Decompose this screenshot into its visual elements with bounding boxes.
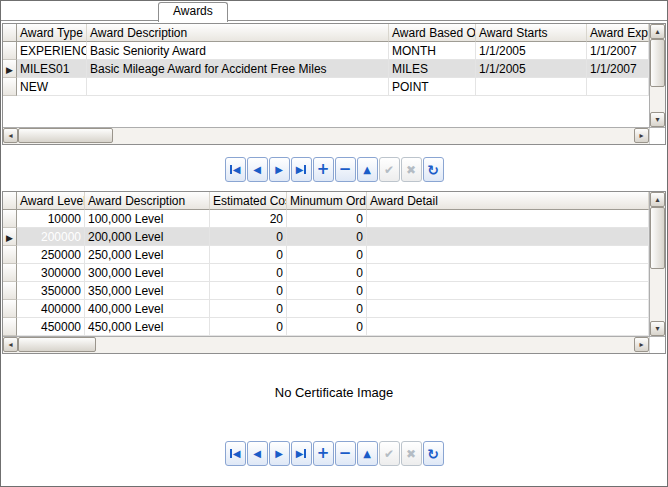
grid-cell[interactable] [367,246,649,264]
grid-cell[interactable] [87,78,389,96]
grid-cell[interactable]: 250,000 Level [85,246,210,264]
grid-cell[interactable]: 0 [287,282,367,300]
row-indicator[interactable] [3,210,17,228]
scroll-down-icon[interactable]: ▾ [650,321,665,336]
grid-cell[interactable] [367,210,649,228]
first-record-button[interactable]: ◀ [225,157,246,182]
edit-record-button[interactable]: ▲ [357,157,378,182]
row-indicator[interactable] [3,264,17,282]
table-row[interactable]: 400000 400,000 Level 0 0 [3,300,649,318]
grid-cell[interactable]: 0 [210,246,287,264]
first-record-button[interactable]: ◀ [225,441,246,466]
next-record-button[interactable]: ▶ [269,441,290,466]
grid-cell[interactable] [367,228,649,246]
last-record-button[interactable]: ▶ [291,157,312,182]
grid-cell[interactable]: 0 [287,210,367,228]
refresh-button[interactable]: ↻ [423,157,444,182]
grid-cell[interactable]: 0 [210,282,287,300]
grid-cell[interactable]: 300000 [17,264,85,282]
focused-grid-cell[interactable]: 200000 [17,228,85,246]
grid-cell[interactable] [367,282,649,300]
table-row[interactable]: 300000 300,000 Level 0 0 [3,264,649,282]
grid-cell[interactable]: 450000 [17,318,85,336]
grid-cell[interactable]: 0 [210,300,287,318]
table-row[interactable]: 450000 450,000 Level 0 0 [3,318,649,336]
grid-cell[interactable]: EXPERIENCE [17,42,87,60]
edit-record-button[interactable]: ▲ [357,441,378,466]
tab-awards[interactable]: Awards [158,2,228,22]
grid-cell[interactable]: POINT [389,78,476,96]
prior-record-button[interactable]: ◀ [247,441,268,466]
table-row[interactable]: 350000 350,000 Level 0 0 [3,282,649,300]
delete-record-button[interactable]: − [335,157,356,182]
grid-cell[interactable]: 300,000 Level [85,264,210,282]
delete-record-button[interactable]: − [335,441,356,466]
grid-cell[interactable] [367,318,649,336]
grid-cell[interactable]: 450,000 Level [85,318,210,336]
grid-cell[interactable]: 200,000 Level [85,228,210,246]
grid-cell[interactable]: 0 [210,264,287,282]
last-record-button[interactable]: ▶ [291,441,312,466]
refresh-button[interactable]: ↻ [423,441,444,466]
row-indicator[interactable] [3,42,17,60]
row-indicator[interactable] [3,318,17,336]
grid-cell[interactable]: 0 [287,246,367,264]
row-indicator[interactable]: ▶ [3,60,17,78]
scroll-right-icon[interactable]: ▸ [634,128,649,143]
scrollbar-track[interactable] [650,269,665,321]
grid-cell[interactable]: 1/1/2005 [476,42,587,60]
scroll-right-icon[interactable]: ▸ [634,337,649,352]
scroll-up-icon[interactable]: ▴ [650,24,665,39]
grid-cell[interactable]: 1/1/2005 [476,60,587,78]
grid-cell[interactable]: 20 [210,210,287,228]
next-record-button[interactable]: ▶ [269,157,290,182]
grid-cell[interactable]: 0 [287,228,367,246]
scrollbar-thumb[interactable] [18,337,96,352]
scrollbar-thumb[interactable] [650,207,665,269]
table-row-selected[interactable]: ▶ 200000 200,000 Level 0 0 [3,228,649,246]
grid-cell[interactable] [367,264,649,282]
row-indicator[interactable] [3,300,17,318]
grid-cell[interactable]: 400000 [17,300,85,318]
grid-cell[interactable]: 10000 [17,210,85,228]
grid-cell[interactable]: MILES01 [17,60,87,78]
table-row[interactable]: EXPERIENCE Basic Seniority Award MONTH 1… [3,42,649,60]
grid-cell[interactable]: 350,000 Level [85,282,210,300]
grid-cell[interactable]: MILES [389,60,476,78]
grid-cell[interactable]: 0 [287,264,367,282]
grid-cell[interactable]: 1/1/2007 [587,42,649,60]
scrollbar-track[interactable] [96,337,634,353]
scrollbar-thumb[interactable] [18,128,113,143]
grid-cell[interactable]: 400,000 Level [85,300,210,318]
row-indicator[interactable] [3,282,17,300]
grid-cell[interactable]: 250000 [17,246,85,264]
grid-cell[interactable]: 0 [210,318,287,336]
grid-cell[interactable]: 1/1/2007 [587,60,649,78]
grid-cell[interactable]: 0 [287,318,367,336]
table-row[interactable]: 10000 100,000 Level 20 0 [3,210,649,228]
row-indicator[interactable] [3,246,17,264]
scrollbar-thumb[interactable] [650,39,665,87]
scrollbar-track[interactable] [113,128,634,144]
grid-cell[interactable]: MONTH [389,42,476,60]
row-indicator[interactable] [3,78,17,96]
grid-cell[interactable] [587,78,649,96]
grid-cell[interactable]: 0 [210,228,287,246]
grid-cell[interactable]: Basic Mileage Award for Accident Free Mi… [87,60,389,78]
grid-cell[interactable]: 350000 [17,282,85,300]
table-row[interactable]: 250000 250,000 Level 0 0 [3,246,649,264]
prior-record-button[interactable]: ◀ [247,157,268,182]
table-row-selected[interactable]: ▶ MILES01 Basic Mileage Award for Accide… [3,60,649,78]
grid-cell[interactable]: 100,000 Level [85,210,210,228]
grid-cell[interactable]: Basic Seniority Award [87,42,389,60]
grid-cell[interactable] [476,78,587,96]
scroll-up-icon[interactable]: ▴ [650,192,665,207]
row-indicator[interactable]: ▶ [3,228,17,246]
insert-record-button[interactable]: + [313,157,334,182]
scroll-down-icon[interactable]: ▾ [650,112,665,127]
table-row[interactable]: NEW POINT [3,78,649,96]
scrollbar-track[interactable] [650,87,665,112]
insert-record-button[interactable]: + [313,441,334,466]
grid-cell[interactable] [367,300,649,318]
grid-cell[interactable]: 0 [287,300,367,318]
